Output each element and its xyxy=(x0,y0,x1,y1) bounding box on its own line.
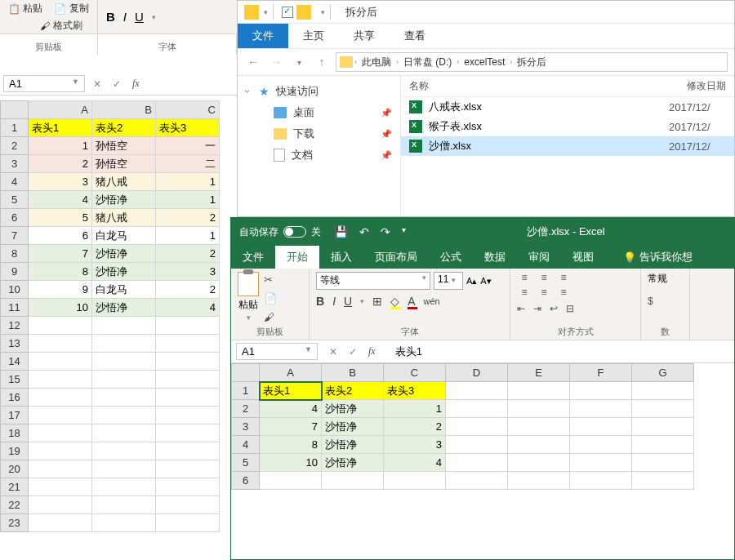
autosave-toggle[interactable]: 自动保存 关 xyxy=(239,225,321,239)
cell[interactable]: 3 xyxy=(29,173,92,191)
cell[interactable]: 8 xyxy=(29,263,92,281)
cell[interactable] xyxy=(92,389,156,407)
cell[interactable] xyxy=(570,418,632,436)
history-dropdown[interactable]: ▾ xyxy=(290,53,308,71)
sidebar-desktop[interactable]: 桌面 📌 xyxy=(238,102,400,123)
table-row[interactable]: 23 xyxy=(1,514,220,532)
cell[interactable]: 10 xyxy=(29,299,92,317)
border-icon[interactable]: ⊞ xyxy=(372,295,382,308)
cell[interactable] xyxy=(508,418,570,436)
cell[interactable] xyxy=(156,496,220,514)
wrap-text-icon[interactable]: ↩ xyxy=(550,303,558,314)
fx-icon[interactable]: fx xyxy=(132,78,140,90)
file-row[interactable]: 沙僧.xlsx 2017/12/ xyxy=(401,136,734,156)
row-header[interactable]: 3 xyxy=(232,418,260,436)
row-header[interactable]: 18 xyxy=(1,424,29,442)
cell[interactable] xyxy=(29,317,92,335)
explorer-titlebar[interactable]: ▾ ▾ 拆分后 xyxy=(238,1,734,24)
table-row[interactable]: 54沙悟净1 xyxy=(1,191,220,209)
checkbox-icon[interactable] xyxy=(282,7,293,18)
cell[interactable] xyxy=(156,460,220,478)
cell[interactable]: 7 xyxy=(260,418,322,436)
decrease-indent-icon[interactable]: ⇤ xyxy=(517,303,525,314)
col-header[interactable]: B xyxy=(92,101,156,119)
cell[interactable] xyxy=(508,454,570,472)
table-row[interactable]: 65猪八戒2 xyxy=(1,209,220,227)
cell[interactable]: 白龙马 xyxy=(92,281,156,299)
cell[interactable]: 4 xyxy=(29,191,92,209)
brush-icon[interactable]: 🖌 xyxy=(264,311,277,323)
row-header[interactable]: 6 xyxy=(1,209,29,227)
cell[interactable]: 4 xyxy=(156,299,220,317)
cell[interactable]: 表头1 xyxy=(260,382,322,400)
row-header[interactable]: 11 xyxy=(1,299,29,317)
cell[interactable] xyxy=(92,407,156,424)
row-header[interactable]: 22 xyxy=(1,496,29,514)
cell[interactable] xyxy=(29,514,92,532)
cell[interactable]: 沙悟净 xyxy=(92,191,156,209)
cell[interactable] xyxy=(92,478,156,496)
grow-font-icon[interactable]: A▴ xyxy=(466,276,477,287)
save-icon[interactable]: 💾 xyxy=(334,225,348,238)
cancel-icon[interactable]: ✕ xyxy=(329,346,337,358)
col-modified[interactable]: 修改日期 xyxy=(687,79,726,93)
cell[interactable] xyxy=(92,424,156,442)
cell[interactable]: 沙悟净 xyxy=(322,400,384,418)
col-header[interactable]: A xyxy=(260,364,322,382)
table-row[interactable]: 22 xyxy=(1,496,220,514)
cell[interactable]: 沙悟净 xyxy=(322,418,384,436)
cell[interactable] xyxy=(29,407,92,424)
paste-button[interactable]: 粘贴 ▾ xyxy=(238,272,259,322)
breadcrumb[interactable]: 此电脑 xyxy=(359,56,394,69)
cell[interactable] xyxy=(29,335,92,353)
cell[interactable] xyxy=(92,496,156,514)
cell[interactable] xyxy=(29,478,92,496)
name-box[interactable]: A1 ▼ xyxy=(236,343,318,360)
cell[interactable] xyxy=(508,382,570,400)
table-row[interactable]: 37沙悟净2 xyxy=(232,418,694,436)
bold-button[interactable]: B xyxy=(316,295,324,308)
table-row[interactable]: 6 xyxy=(232,472,694,490)
cell[interactable]: 一 xyxy=(156,137,220,155)
tab-home[interactable]: 主页 xyxy=(288,24,339,48)
col-header[interactable]: E xyxy=(508,364,570,382)
cell[interactable]: 2 xyxy=(156,209,220,227)
table-row[interactable]: 21 xyxy=(1,478,220,496)
file-list-header[interactable]: 名称 修改日期 xyxy=(401,76,734,97)
cell[interactable]: 二 xyxy=(156,155,220,173)
back-button[interactable]: ← xyxy=(244,53,262,71)
cell[interactable]: 3 xyxy=(384,436,446,454)
tab-insert[interactable]: 插入 xyxy=(319,246,363,269)
shrink-font-icon[interactable]: A▾ xyxy=(480,276,491,287)
fill-color-icon[interactable]: ◇ xyxy=(390,295,399,308)
table-row[interactable]: 76白龙马1 xyxy=(1,227,220,245)
row-header[interactable]: 12 xyxy=(1,317,29,335)
cell[interactable] xyxy=(29,389,92,407)
name-box[interactable]: A1 ▼ xyxy=(3,75,85,92)
cell[interactable]: 猪八戒 xyxy=(92,209,156,227)
row-header[interactable]: 21 xyxy=(1,478,29,496)
cell[interactable]: 8 xyxy=(260,436,322,454)
cell[interactable] xyxy=(29,460,92,478)
row-header[interactable]: 8 xyxy=(1,245,29,263)
tab-home[interactable]: 开始 xyxy=(275,246,319,269)
cell[interactable] xyxy=(632,382,694,400)
row-header[interactable]: 2 xyxy=(232,400,260,418)
table-row[interactable]: 19 xyxy=(1,442,220,460)
cell[interactable] xyxy=(156,353,220,371)
cell[interactable] xyxy=(29,371,92,389)
formula-bar[interactable]: ✕ ✓ fx 表头1 xyxy=(323,344,422,359)
align-bottom-icon[interactable]: ≡ xyxy=(556,272,571,283)
row-header[interactable]: 17 xyxy=(1,407,29,424)
table-row[interactable]: 18 xyxy=(1,424,220,442)
chevron-down-icon[interactable]: ▾ xyxy=(247,313,251,322)
cell[interactable] xyxy=(29,424,92,442)
chevron-down-icon[interactable]: ▼ xyxy=(72,78,79,86)
spreadsheet-grid-right[interactable]: ABCDEFG1表头1表头2表头324沙悟净137沙悟净248沙悟净3510沙悟… xyxy=(231,363,734,490)
cell[interactable]: 5 xyxy=(29,209,92,227)
cell[interactable] xyxy=(570,382,632,400)
cell[interactable] xyxy=(570,436,632,454)
col-header[interactable]: D xyxy=(446,364,508,382)
table-row[interactable]: 24沙悟净1 xyxy=(232,400,694,418)
tab-view[interactable]: 查看 xyxy=(390,24,440,48)
